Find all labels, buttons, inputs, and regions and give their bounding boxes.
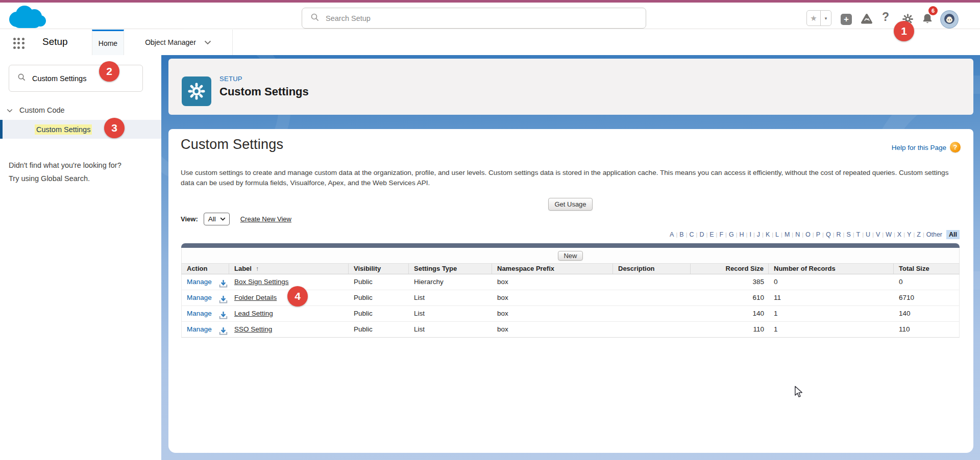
column-header-description[interactable]: Description <box>613 264 691 274</box>
total-size-cell: 140 <box>894 306 960 321</box>
setting-label-link[interactable]: SSO Setting <box>234 325 272 333</box>
alphabet-filter-t[interactable]: T <box>854 231 863 238</box>
namespace-prefix-cell: box <box>492 274 613 290</box>
alphabet-filter-o[interactable]: O <box>803 231 813 238</box>
column-header-number-of-records[interactable]: Number of Records <box>769 264 894 274</box>
search-icon <box>18 73 26 83</box>
column-header-action[interactable]: Action <box>182 264 229 274</box>
setting-label-link[interactable]: Lead Setting <box>234 310 273 317</box>
global-search-box[interactable] <box>302 8 646 29</box>
favorites-button-group[interactable]: ★ ▾ <box>806 10 831 26</box>
alphabet-filter-g[interactable]: G <box>727 231 736 238</box>
alphabet-filter-w[interactable]: W <box>884 231 894 238</box>
view-label: View: <box>181 215 198 223</box>
app-launcher-icon[interactable] <box>13 38 24 49</box>
setup-gear-tile-icon <box>182 76 211 106</box>
download-icon[interactable] <box>219 311 228 320</box>
create-new-view-link[interactable]: Create New View <box>240 215 291 223</box>
main-region: Custom Code Custom Settings Didn't find … <box>0 55 980 460</box>
table-row: Manage SSO Setting Public List box 110 1… <box>181 322 960 338</box>
quick-find-box[interactable] <box>9 65 143 92</box>
visibility-cell: Public <box>349 274 409 290</box>
annotation-badge-4: 4 <box>287 286 308 306</box>
help-icon[interactable]: ? <box>882 10 889 24</box>
download-icon[interactable] <box>219 327 228 336</box>
alphabet-filter-s[interactable]: S <box>844 231 852 238</box>
chevron-down-icon[interactable] <box>7 106 13 114</box>
alphabet-filter-d[interactable]: D <box>697 231 706 238</box>
alphabet-filter-q[interactable]: Q <box>824 231 833 238</box>
alphabet-filter-x[interactable]: X <box>895 231 903 238</box>
column-header-visibility[interactable]: Visibility <box>349 264 409 274</box>
column-header-label[interactable]: Label↑ <box>229 264 349 274</box>
settings-type-cell: Hierarchy <box>409 274 492 290</box>
trailhead-help-icon[interactable] <box>861 13 873 25</box>
global-search-input[interactable] <box>326 14 646 22</box>
manage-link[interactable]: Manage <box>187 306 212 321</box>
manage-link[interactable]: Manage <box>187 322 212 337</box>
alphabet-filter-i[interactable]: I <box>747 231 753 238</box>
manage-link[interactable]: Manage <box>187 274 212 290</box>
sidebar-item-custom-settings[interactable]: Custom Settings <box>0 120 161 139</box>
page-title: Custom Settings <box>181 137 283 152</box>
alphabet-filter-a[interactable]: A <box>668 231 676 238</box>
description-cell <box>613 322 691 337</box>
column-header-settings-type[interactable]: Settings Type <box>409 264 492 274</box>
table-top-bar <box>181 243 960 248</box>
manage-link[interactable]: Manage <box>187 290 212 305</box>
visibility-cell: Public <box>349 322 409 337</box>
column-header-total-size[interactable]: Total Size <box>894 264 960 274</box>
sidebar-help-line1: Didn't find what you're looking for? <box>9 159 121 172</box>
column-header-label-text: Label <box>234 265 252 272</box>
alphabet-filter-r[interactable]: R <box>834 231 843 238</box>
get-usage-button[interactable]: Get Usage <box>548 198 592 211</box>
alphabet-filter: A|B|C|D|E|F|G|H|I|J|K|L|M|N|O|P|Q|R|S|T|… <box>668 230 960 239</box>
alphabet-filter-other[interactable]: Other <box>924 231 944 238</box>
description-cell <box>613 306 691 321</box>
annotation-badge-2: 2 <box>99 61 119 82</box>
setting-label-link[interactable]: Folder Details <box>234 294 277 301</box>
alphabet-filter-z[interactable]: Z <box>915 231 923 238</box>
download-icon[interactable] <box>219 295 228 304</box>
alphabet-filter-l[interactable]: L <box>773 231 781 238</box>
alphabet-filter-c[interactable]: C <box>687 231 696 238</box>
record-size-cell: 140 <box>691 306 769 321</box>
quick-create-icon[interactable]: + <box>841 14 852 25</box>
alphabet-filter-j[interactable]: J <box>755 231 762 238</box>
alphabet-filter-e[interactable]: E <box>707 231 716 238</box>
favorites-dropdown-icon[interactable]: ▾ <box>821 11 831 25</box>
setting-label-link[interactable]: Box Sign Settings <box>234 278 289 286</box>
alphabet-filter-m[interactable]: M <box>782 231 792 238</box>
alphabet-filter-v[interactable]: V <box>874 231 882 238</box>
usage-button-row: Get Usage <box>181 198 960 211</box>
download-icon[interactable] <box>219 279 228 288</box>
app-name: Setup <box>42 36 68 47</box>
total-size-cell: 110 <box>894 322 960 337</box>
alphabet-filter-k[interactable]: K <box>764 231 772 238</box>
settings-type-cell: List <box>409 306 492 321</box>
alphabet-filter-h[interactable]: H <box>738 231 746 238</box>
new-button[interactable]: New <box>558 251 582 261</box>
table-row: Manage Lead Setting Public List box 140 … <box>181 306 960 322</box>
column-header-record-size[interactable]: Record Size <box>691 264 769 274</box>
alphabet-filter-f[interactable]: F <box>717 231 725 238</box>
alphabet-filter-n[interactable]: N <box>793 231 802 238</box>
quick-find-input[interactable] <box>32 74 142 83</box>
alphabet-filter-b[interactable]: B <box>677 231 685 238</box>
alphabet-filter-all[interactable]: All <box>946 230 960 239</box>
help-question-icon[interactable]: ? <box>950 142 961 152</box>
user-avatar[interactable] <box>940 10 959 29</box>
namespace-prefix-cell: box <box>492 306 613 321</box>
alphabet-filter-p[interactable]: P <box>814 231 822 238</box>
alphabet-filter-u[interactable]: U <box>864 231 872 238</box>
description-cell <box>613 274 691 290</box>
help-for-this-page-link[interactable]: Help for this Page <box>892 144 946 151</box>
tab-home[interactable]: Home <box>92 30 124 55</box>
view-select[interactable]: All <box>204 213 230 225</box>
alphabet-filter-y[interactable]: Y <box>905 231 913 238</box>
favorite-star-icon[interactable]: ★ <box>807 11 821 25</box>
select-caret-icon <box>220 217 226 221</box>
sidebar-item-custom-code[interactable]: Custom Code <box>7 106 65 114</box>
column-header-namespace-prefix[interactable]: Namespace Prefix <box>492 264 613 274</box>
namespace-prefix-cell: box <box>492 290 613 305</box>
